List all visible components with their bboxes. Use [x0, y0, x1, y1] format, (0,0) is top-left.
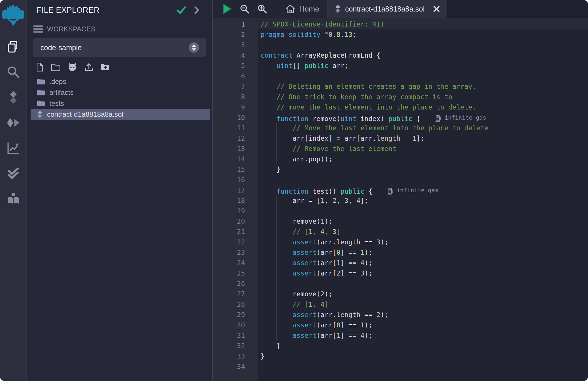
code-line-13[interactable]: // Remove the last element: [258, 144, 588, 154]
code-line-3[interactable]: [258, 40, 588, 50]
new-file-icon[interactable]: [36, 63, 44, 72]
code-token: // Remove the last element: [261, 145, 396, 152]
code-token: }: [261, 352, 265, 360]
code-line-5[interactable]: uint[] public arr;: [258, 61, 588, 71]
code-line-9[interactable]: // move the last element into the place …: [258, 102, 588, 112]
code-line-28[interactable]: // [1, 4]: [258, 299, 588, 310]
sidebar-item-search[interactable]: [0, 59, 27, 85]
code-token: 2: [336, 269, 340, 277]
tree-item--deps[interactable]: .deps: [31, 76, 210, 87]
tree-item-tests[interactable]: tests: [31, 98, 210, 109]
zoom-in-icon[interactable]: [257, 4, 267, 14]
check-icon[interactable]: [176, 5, 186, 15]
hamburger-icon[interactable]: [33, 25, 43, 33]
chevron-right-icon[interactable]: [194, 6, 200, 14]
code-editor[interactable]: // SPDX-License-Identifier: MITpragma so…: [258, 18, 588, 381]
zoom-out-icon[interactable]: [240, 4, 250, 14]
code-line-16[interactable]: [258, 175, 588, 185]
new-folder-icon[interactable]: [51, 63, 61, 71]
code-token: assert: [293, 332, 317, 339]
code-line-22[interactable]: assert(arr.length == 3);: [258, 237, 588, 247]
code-line-33[interactable]: }: [258, 351, 588, 361]
code-token: 1: [336, 259, 340, 267]
code-line-15[interactable]: }: [258, 164, 588, 175]
code-token: []: [293, 62, 305, 69]
code-token: ] ==: [340, 269, 360, 277]
line-number: 17: [213, 185, 258, 195]
code-line-20[interactable]: remove(1);: [258, 216, 588, 227]
code-line-4[interactable]: contract ArrayReplaceFromEnd {: [258, 50, 588, 61]
code-token: // [: [261, 228, 308, 235]
ethereum-deploy-icon: [6, 117, 20, 128]
code-line-12[interactable]: arr[index] = arr[arr.length - 1];: [258, 133, 588, 144]
tree-item-contract-d1a8818a8a-sol[interactable]: contract-d1a8818a8a.sol: [31, 109, 210, 120]
code-line-34[interactable]: [258, 361, 588, 372]
play-icon[interactable]: [222, 4, 232, 14]
code-line-11[interactable]: // Move the last element into the place …: [258, 123, 588, 133]
code-token: (arr[: [317, 269, 336, 277]
code-line-1[interactable]: // SPDX-License-Identifier: MIT: [258, 19, 588, 29]
sidebar-item-learneth[interactable]: [0, 186, 27, 212]
code-token: ,: [325, 228, 333, 235]
code-line-26[interactable]: [258, 278, 588, 289]
up-down-circle-icon[interactable]: [188, 42, 199, 53]
chart-icon: [7, 142, 20, 154]
tab-contract-file[interactable]: contract-d1a8818a8a.sol: [327, 0, 447, 18]
code-line-29[interactable]: assert(arr.length == 2);: [258, 310, 588, 320]
code-line-32[interactable]: }: [258, 341, 588, 351]
code-token: // Deleting an element creates a gap in …: [261, 83, 476, 90]
code-line-23[interactable]: assert(arr[0] == 1);: [258, 247, 588, 258]
tree-item-label: .deps: [49, 78, 66, 86]
upload-folder-icon[interactable]: [100, 63, 110, 71]
remix-logo-icon[interactable]: [2, 2, 24, 29]
workspace-select[interactable]: code-sample: [33, 38, 206, 57]
code-line-31[interactable]: assert(arr[1] == 4);: [258, 330, 588, 341]
code-line-17[interactable]: function test() public {infinite gas: [258, 185, 588, 195]
line-number: 33: [213, 351, 258, 361]
code-token: ]: [336, 228, 340, 235]
code-line-14[interactable]: arr.pop();: [258, 154, 588, 164]
panel-title: FILE EXPLORER: [37, 6, 169, 15]
close-icon[interactable]: [433, 5, 440, 12]
code-token: assert: [293, 321, 317, 329]
code-line-7[interactable]: // Deleting an element creates a gap in …: [258, 81, 588, 92]
code-line-21[interactable]: // [1, 4, 3]: [258, 227, 588, 237]
line-number: 21: [213, 227, 258, 237]
code-token: assert: [293, 259, 317, 267]
code-token: public: [304, 62, 328, 69]
line-number: 20: [213, 216, 258, 227]
code-token: ,: [325, 197, 333, 204]
code-line-2[interactable]: pragma solidity ^0.8.13;: [258, 29, 588, 40]
code-token: function: [276, 115, 308, 122]
sidebar-item-solidity-compiler[interactable]: [0, 85, 27, 110]
code-token: );: [364, 249, 372, 256]
code-line-18[interactable]: arr = [1, 2, 3, 4];: [258, 195, 588, 206]
code-token: length: [336, 311, 360, 318]
line-number: 11: [213, 123, 258, 133]
code-line-25[interactable]: assert(arr[2] == 3);: [258, 268, 588, 278]
code-line-10[interactable]: function remove(uint index) public {infi…: [258, 112, 588, 123]
tab-home[interactable]: Home: [277, 0, 327, 18]
upload-file-icon[interactable]: [84, 63, 93, 72]
remix-ide-window: FILE EXPLORER WORKSPACES: [0, 0, 588, 381]
code-line-30[interactable]: assert(arr[0] == 1);: [258, 320, 588, 330]
code-token: ,: [349, 197, 357, 204]
code-token: );: [380, 238, 388, 246]
code-token: 1: [336, 332, 340, 339]
github-icon[interactable]: [68, 62, 77, 72]
line-number: 31: [213, 330, 258, 341]
code-line-19[interactable]: [258, 206, 588, 216]
sidebar-item-deploy-and-run[interactable]: [0, 110, 27, 135]
sidebar-item-file-explorer[interactable]: [0, 34, 27, 59]
code-line-8[interactable]: // One trick to keep the array compact i…: [258, 92, 588, 102]
code-line-27[interactable]: remove(2);: [258, 289, 588, 299]
code-token: ^: [321, 31, 329, 38]
sidebar-item-analysis[interactable]: [0, 135, 27, 161]
code-line-6[interactable]: [258, 71, 588, 81]
code-line-24[interactable]: assert(arr[1] == 4);: [258, 258, 588, 268]
tree-item-artifacts[interactable]: artifacts: [31, 87, 210, 98]
tree-item-label: tests: [49, 99, 64, 107]
code-token: 4: [321, 301, 325, 308]
sidebar-item-unit-testing[interactable]: [0, 161, 27, 186]
code-token: [261, 259, 293, 267]
